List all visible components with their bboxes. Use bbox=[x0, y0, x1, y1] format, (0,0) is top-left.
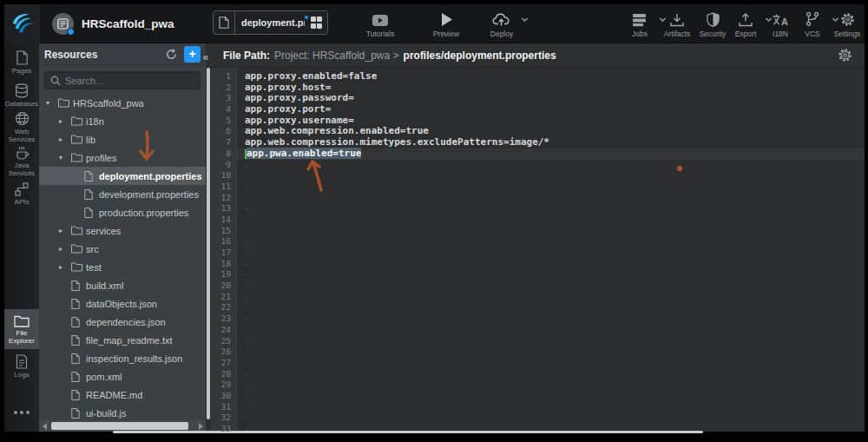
line-content bbox=[237, 313, 865, 325]
tree-item-test[interactable]: ▸test bbox=[39, 258, 206, 276]
line-number: 8 bbox=[211, 148, 237, 160]
tree-item-lib[interactable]: ▸lib bbox=[39, 130, 206, 148]
code-line-25[interactable]: 25 bbox=[211, 336, 865, 347]
open-file-tab[interactable]: deployment.propert... bbox=[213, 10, 328, 35]
tree-item-inspection_results.json[interactable]: inspection_results.json bbox=[39, 349, 206, 367]
artifacts-button[interactable]: Artifacts bbox=[657, 10, 697, 38]
tree-item-pom.xml[interactable]: pom.xml bbox=[39, 367, 206, 386]
line-number: 20 bbox=[211, 280, 237, 292]
settings-button[interactable]: Settings bbox=[827, 10, 865, 38]
search-input[interactable] bbox=[65, 76, 187, 86]
code-line-12[interactable]: 12 bbox=[211, 193, 865, 204]
tree-item-HRScaffold_pwa[interactable]: ▾HRScaffold_pwa bbox=[39, 94, 206, 112]
tree-item-file_map_readme.txt[interactable]: file_map_readme.txt bbox=[39, 331, 206, 349]
sidebar-item-databases[interactable]: Databases bbox=[4, 83, 39, 108]
code-line-23[interactable]: 23 bbox=[211, 313, 865, 325]
editor-settings-button[interactable] bbox=[838, 48, 852, 63]
tree-item-ui-build.js[interactable]: ui-build.js bbox=[39, 404, 206, 420]
globe-icon bbox=[15, 111, 30, 126]
sidebar-item-pages[interactable]: Pages bbox=[4, 50, 39, 75]
caret-collapsed-icon[interactable]: ▸ bbox=[59, 227, 71, 234]
sidebar-item-logs[interactable]: Logs bbox=[4, 354, 39, 379]
tree-item-README.md[interactable]: README.md bbox=[39, 386, 206, 404]
code-line-20[interactable]: 20 bbox=[211, 280, 865, 292]
tree-item-label: src bbox=[86, 244, 99, 254]
refresh-button[interactable] bbox=[166, 49, 177, 60]
wavemaker-logo[interactable] bbox=[4, 4, 40, 43]
caret-expanded-icon[interactable]: ▾ bbox=[59, 154, 71, 162]
code-line-15[interactable]: 15 bbox=[211, 226, 865, 237]
line-number: 3 bbox=[211, 93, 237, 104]
deploy-button[interactable]: Deploy bbox=[482, 10, 522, 38]
code-line-17[interactable]: 17 bbox=[211, 247, 865, 259]
tree-item-services[interactable]: ▸services bbox=[39, 221, 206, 240]
caret-collapsed-icon[interactable]: ▸ bbox=[59, 245, 71, 253]
caret-collapsed-icon[interactable]: ▸ bbox=[59, 135, 71, 143]
code-line-30[interactable]: 30 bbox=[211, 391, 865, 402]
line-content: app.pwa.enabled=true bbox=[237, 148, 865, 160]
collapse-panel-button[interactable]: « bbox=[200, 50, 212, 64]
api-connector-icon bbox=[15, 182, 29, 196]
folder-icon bbox=[71, 244, 82, 254]
caret-collapsed-icon[interactable]: ▸ bbox=[59, 117, 71, 125]
search-box[interactable] bbox=[44, 71, 201, 89]
tutorials-button[interactable]: Tutorials bbox=[360, 10, 400, 38]
code-line-16[interactable]: 16 bbox=[211, 236, 865, 247]
coffee-cup-icon bbox=[15, 146, 30, 160]
cloud-upload-icon bbox=[482, 10, 522, 27]
code-line-22[interactable]: 22 bbox=[211, 302, 865, 313]
scrollbar-thumb[interactable] bbox=[207, 68, 210, 419]
code-line-24[interactable]: 24 bbox=[211, 325, 865, 336]
code-line-8[interactable]: 8app.pwa.enabled=true bbox=[211, 148, 865, 160]
tree-item-src[interactable]: ▸src bbox=[39, 240, 206, 258]
file-path-bar: File Path: Project: HRScaffold_pwa > pro… bbox=[211, 43, 865, 68]
code-line-19[interactable]: 19 bbox=[211, 269, 865, 280]
tree-item-production.properties[interactable]: production.properties bbox=[39, 203, 206, 221]
line-content bbox=[237, 160, 865, 171]
jobs-button[interactable]: Jobs bbox=[620, 10, 660, 38]
caret-collapsed-icon[interactable]: ▸ bbox=[59, 263, 71, 271]
code-line-21[interactable]: 21 bbox=[211, 292, 865, 303]
code-line-32[interactable]: 32 bbox=[211, 412, 865, 424]
code-line-31[interactable]: 31 bbox=[211, 402, 865, 413]
add-resource-button[interactable]: + bbox=[184, 46, 201, 63]
code-line-1[interactable]: 1app.proxy.enabled=false bbox=[211, 71, 865, 82]
tree-item-build.xml[interactable]: build.xml bbox=[39, 276, 206, 294]
tree-item-dataObjects.json[interactable]: dataObjects.json bbox=[39, 294, 206, 313]
sidebar-item-web-services[interactable]: Web Services bbox=[4, 111, 39, 143]
grid-icon[interactable] bbox=[311, 16, 323, 29]
sidebar-item-java-services[interactable]: Java Services bbox=[4, 146, 39, 177]
code-line-7[interactable]: 7app.web.compression.mimetypes.excludePa… bbox=[211, 137, 865, 148]
code-line-11[interactable]: 11 bbox=[211, 181, 865, 193]
sidebar-item-apis[interactable]: APIs bbox=[4, 182, 39, 206]
code-line-28[interactable]: 28 bbox=[211, 369, 865, 380]
tree-item-label: README.md bbox=[86, 390, 142, 400]
code-line-29[interactable]: 29 bbox=[211, 379, 865, 391]
code-line-9[interactable]: 9 bbox=[211, 160, 865, 171]
scroll-left-arrow[interactable] bbox=[39, 420, 49, 432]
sidebar-item-more[interactable] bbox=[4, 408, 39, 416]
tree-item-profiles[interactable]: ▾profiles bbox=[39, 148, 206, 167]
code-line-26[interactable]: 26 bbox=[211, 346, 865, 358]
code-line-4[interactable]: 4app.proxy.port= bbox=[211, 104, 865, 115]
folder-icon bbox=[71, 135, 82, 144]
tree-item-dependencies.json[interactable]: dependencies.json bbox=[39, 313, 206, 331]
scrollbar-thumb[interactable] bbox=[51, 422, 188, 430]
preview-button[interactable]: Preview bbox=[426, 10, 466, 38]
project-switcher[interactable]: HRScaffold_pwa bbox=[52, 4, 174, 43]
dot bbox=[14, 411, 17, 414]
code-line-13[interactable]: 13 bbox=[211, 203, 865, 214]
code-line-27[interactable]: 27 bbox=[211, 358, 865, 369]
project-icon bbox=[52, 13, 74, 35]
code-editor[interactable]: 1app.proxy.enabled=false2app.proxy.host=… bbox=[211, 68, 865, 432]
sidebar-item-file-explorer[interactable]: File Explorer bbox=[4, 309, 39, 349]
code-line-10[interactable]: 10 bbox=[211, 170, 865, 181]
caret-expanded-icon[interactable]: ▾ bbox=[46, 99, 58, 107]
tree-item-deployment.properties[interactable]: deployment.properties bbox=[39, 167, 206, 185]
tree-item-label: profiles bbox=[86, 153, 116, 163]
tree-item-i18n[interactable]: ▸i18n bbox=[39, 112, 206, 130]
window-bottom-scrollbar[interactable] bbox=[113, 431, 703, 433]
code-line-18[interactable]: 18 bbox=[211, 259, 865, 270]
tree-item-development.properties[interactable]: development.properties bbox=[39, 185, 206, 203]
code-line-14[interactable]: 14 bbox=[211, 214, 865, 226]
